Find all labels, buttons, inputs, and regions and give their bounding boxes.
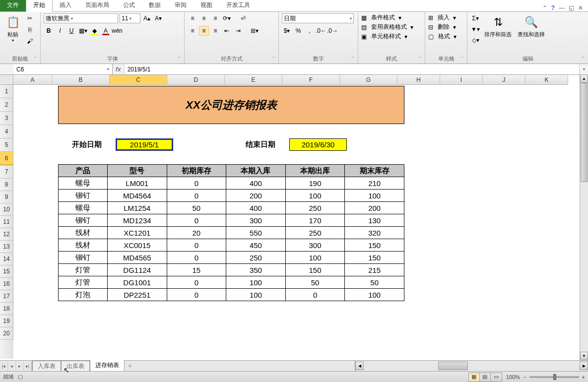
col-header-J[interactable]: J xyxy=(483,75,525,85)
delete-cells-button[interactable]: ⊟ 删除 ▾ xyxy=(428,23,457,31)
scroll-thumb-h[interactable] xyxy=(438,362,468,370)
col-header-B[interactable]: B xyxy=(52,75,110,85)
table-cell[interactable]: 200 xyxy=(226,190,286,202)
row-header-12[interactable]: 12 xyxy=(0,228,13,241)
table-cell[interactable]: 190 xyxy=(285,177,345,190)
row-header-15[interactable]: 15 xyxy=(0,265,13,278)
table-cell[interactable]: 100 xyxy=(345,289,404,301)
vertical-scrollbar[interactable]: ▲ ▼ xyxy=(580,74,588,360)
comma-button[interactable]: , xyxy=(305,26,315,36)
table-cell[interactable]: 0 xyxy=(167,177,226,190)
copy-button[interactable]: ⎘ xyxy=(25,25,35,35)
insert-cells-button[interactable]: ⊞ 插入 ▾ xyxy=(428,13,457,22)
table-cell[interactable]: 50 xyxy=(345,276,404,289)
row-header-17[interactable]: 17 xyxy=(0,290,13,303)
table-cell[interactable]: XC1201 xyxy=(107,227,167,239)
font-color-button[interactable]: A xyxy=(101,26,111,36)
sheet-tab-1[interactable]: 出库表 xyxy=(61,361,90,372)
table-cell[interactable]: 250 xyxy=(285,227,345,239)
tab-formula[interactable]: 公式 xyxy=(116,0,142,11)
select-all-corner[interactable] xyxy=(0,75,13,85)
table-cell[interactable]: 215 xyxy=(345,264,404,276)
table-cell[interactable]: 100 xyxy=(285,252,345,264)
zoom-out-button[interactable]: − xyxy=(523,374,526,380)
view-pagebreak-button[interactable]: ▭ xyxy=(491,373,502,381)
phonetic-button[interactable]: wén xyxy=(112,26,122,36)
table-cell[interactable]: MD4564 xyxy=(107,190,167,202)
table-cell[interactable]: 210 xyxy=(345,177,404,190)
table-cell[interactable]: XC0015 xyxy=(107,239,167,252)
tab-data[interactable]: 数据 xyxy=(142,0,168,11)
table-cell[interactable]: LM1254 xyxy=(107,202,167,214)
macro-record-icon[interactable]: ▢ xyxy=(18,374,23,380)
sheet-nav-first[interactable]: |◂ xyxy=(0,361,8,371)
sheet-nav-prev[interactable]: ◂ xyxy=(8,361,16,371)
window-minimize-icon[interactable]: — xyxy=(559,4,565,11)
fill-button[interactable]: ▼▾ xyxy=(470,24,480,34)
table-cell[interactable]: 0 xyxy=(167,214,226,227)
tab-view[interactable]: 视图 xyxy=(194,0,219,11)
table-cell[interactable]: 灯管 xyxy=(59,276,108,289)
table-cell[interactable]: 400 xyxy=(226,177,286,190)
table-cell[interactable]: 15 xyxy=(167,264,226,276)
table-cell[interactable]: MD4565 xyxy=(107,252,167,264)
format-painter-button[interactable]: 🖌 xyxy=(25,36,35,46)
increase-decimal-button[interactable]: .0← xyxy=(316,26,326,36)
scroll-down-button[interactable]: ▼ xyxy=(580,352,588,360)
zoom-in-button[interactable]: + xyxy=(582,374,585,380)
table-cell[interactable]: DP2251 xyxy=(107,289,167,301)
table-cell[interactable]: 0 xyxy=(167,289,226,301)
help-icon[interactable]: ? xyxy=(551,4,555,11)
view-layout-button[interactable]: ▤ xyxy=(480,373,491,381)
table-cell[interactable]: 100 xyxy=(345,190,404,202)
table-cell[interactable]: LM001 xyxy=(107,177,167,190)
row-header-1[interactable]: 1 xyxy=(0,85,13,98)
zoom-level[interactable]: 100% xyxy=(506,374,520,380)
ribbon-minimize-icon[interactable]: ⌃ xyxy=(542,4,547,11)
tab-home[interactable]: 开始 xyxy=(26,0,53,12)
col-header-D[interactable]: D xyxy=(167,75,225,85)
table-cell[interactable]: 250 xyxy=(285,202,345,214)
paste-button[interactable]: 📋 粘贴 ▾ xyxy=(3,13,23,44)
formula-bar[interactable]: 2019/5/1 xyxy=(124,64,579,74)
underline-button[interactable]: U xyxy=(66,26,76,36)
col-header-I[interactable]: I xyxy=(440,75,483,85)
table-cell[interactable]: 250 xyxy=(226,252,286,264)
italic-button[interactable]: I xyxy=(55,26,65,36)
tab-dev[interactable]: 开发工具 xyxy=(219,0,257,11)
scroll-thumb-v[interactable] xyxy=(581,83,588,182)
border-button[interactable]: ▦▾ xyxy=(78,26,88,36)
align-left-button[interactable]: ≡ xyxy=(188,26,197,36)
row-header-8[interactable]: 8 xyxy=(0,179,13,191)
formula-expand-button[interactable]: ▾ xyxy=(579,64,588,74)
font-name-combo[interactable]: 微软雅黑▾ xyxy=(44,13,118,23)
find-select-button[interactable]: 🔍 查找和选择 xyxy=(516,13,547,38)
col-header-H[interactable]: H xyxy=(397,75,440,85)
fill-color-button[interactable]: ◆ xyxy=(89,26,99,36)
table-cell[interactable]: 150 xyxy=(345,239,404,252)
add-sheet-button[interactable]: ✧ xyxy=(125,362,135,371)
tab-insert[interactable]: 插入 xyxy=(53,0,78,11)
table-cell[interactable]: 0 xyxy=(167,252,226,264)
table-cell[interactable]: 螺母 xyxy=(59,177,108,190)
col-header-G[interactable]: G xyxy=(340,75,397,85)
table-cell[interactable]: 400 xyxy=(226,202,286,214)
increase-indent-button[interactable]: ⇥ xyxy=(233,26,243,36)
col-header-C[interactable]: C xyxy=(110,75,167,85)
table-cell[interactable]: 螺母 xyxy=(59,202,108,214)
decrease-indent-button[interactable]: ⇤ xyxy=(222,26,232,36)
row-header-14[interactable]: 14 xyxy=(0,253,13,265)
cut-button[interactable]: ✂ xyxy=(25,13,35,23)
conditional-format-button[interactable]: ▦ 条件格式 ▾ xyxy=(361,13,413,22)
row-header-2[interactable]: 2 xyxy=(0,98,13,112)
start-date-cell[interactable]: 2019/5/1 xyxy=(116,138,173,151)
decrease-font-button[interactable]: A▾ xyxy=(153,13,163,23)
row-header-9[interactable]: 9 xyxy=(0,191,13,203)
tab-review[interactable]: 审阅 xyxy=(168,0,194,11)
row-header-16[interactable]: 16 xyxy=(0,278,13,290)
row-header-5[interactable]: 5 xyxy=(0,138,13,152)
table-cell[interactable]: 0 xyxy=(285,289,345,301)
table-cell[interactable]: DG1001 xyxy=(107,276,167,289)
row-header-4[interactable]: 4 xyxy=(0,125,13,138)
table-cell[interactable]: 300 xyxy=(226,214,286,227)
